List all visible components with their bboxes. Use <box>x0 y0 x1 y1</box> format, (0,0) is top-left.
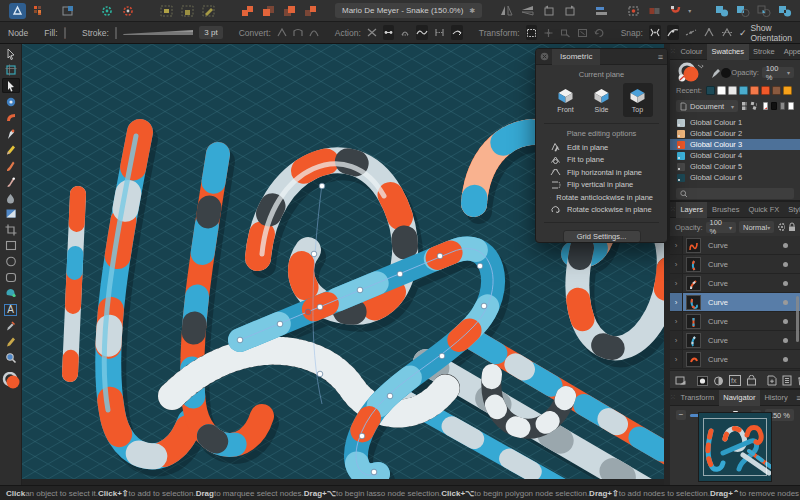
vector-brush-tool[interactable] <box>2 158 20 173</box>
blend-mode-dropdown[interactable]: Normal ▾ <box>739 221 774 233</box>
swatch-shuffle-icon[interactable] <box>750 101 756 111</box>
layer-expand-chevron[interactable]: › <box>670 312 683 330</box>
adjustment-layer-icon[interactable] <box>713 375 724 387</box>
layer-expand-chevron[interactable]: › <box>670 255 683 273</box>
layer-row[interactable]: › Curve <box>670 236 800 255</box>
plane-front-button[interactable]: Front <box>551 83 581 117</box>
snapping-magnet-icon[interactable] <box>667 3 684 19</box>
paint-brush-tool[interactable] <box>2 174 20 189</box>
move-front-icon[interactable] <box>302 3 319 19</box>
snap-to-nodes-icon[interactable] <box>649 25 661 40</box>
text-tool[interactable]: A <box>2 302 20 317</box>
boolean-xor-icon[interactable] <box>776 3 793 19</box>
snap-off-curve-icon[interactable] <box>703 25 715 40</box>
layer-row[interactable]: › Curve <box>670 255 800 274</box>
action-smooth-icon[interactable] <box>416 25 428 40</box>
tab-styles[interactable]: Styles <box>784 202 800 218</box>
layer-visibility-dot[interactable] <box>783 300 788 305</box>
recent-swatch[interactable] <box>739 86 748 95</box>
transform-scale-icon[interactable] <box>560 25 571 40</box>
rotate-left-icon[interactable] <box>540 3 557 19</box>
boolean-add-icon[interactable] <box>713 3 730 19</box>
zoom-tool[interactable] <box>2 350 20 365</box>
mask-layer-icon[interactable] <box>697 375 708 387</box>
pixel-align-icon[interactable] <box>646 3 663 19</box>
move-to-layer-icon[interactable] <box>675 375 687 387</box>
action-reverse-icon[interactable] <box>451 25 463 40</box>
global-colour-row[interactable]: Global Colour 6 <box>670 172 800 183</box>
tab-brushes[interactable]: Brushes <box>707 202 744 218</box>
tab-navigator[interactable]: Navigator <box>719 390 760 406</box>
convert-smooth-icon[interactable] <box>293 25 303 40</box>
node-tool[interactable] <box>2 78 20 93</box>
fill-swatch[interactable] <box>64 27 66 39</box>
transform-rotate-icon[interactable] <box>594 25 605 40</box>
swatch-black[interactable] <box>771 102 777 110</box>
layer-visibility-dot[interactable] <box>783 338 788 343</box>
recent-swatch[interactable] <box>750 86 759 95</box>
layer-visibility-dot[interactable] <box>783 243 788 248</box>
layer-row[interactable]: › Curve <box>670 331 800 350</box>
layer-expand-chevron[interactable]: › <box>670 293 683 311</box>
edit-in-plane-option[interactable]: Edit in plane <box>536 141 667 154</box>
transform-resize-icon[interactable] <box>577 25 588 40</box>
document-tab[interactable]: Mario De Meyer - Snake (150.0%) ✱ <box>335 3 482 18</box>
insert-inside-icon[interactable] <box>200 3 217 19</box>
plane-top-button[interactable]: Top <box>623 83 653 117</box>
transform-bbox-icon[interactable] <box>526 25 537 40</box>
stroke-width-slider[interactable] <box>123 28 193 38</box>
boolean-subtract-icon[interactable] <box>734 3 751 19</box>
designer-persona-icon[interactable] <box>9 3 26 19</box>
rotation-gear-icon[interactable] <box>119 3 136 19</box>
layer-visibility-dot[interactable] <box>783 281 788 286</box>
ellipse-tool[interactable] <box>2 254 20 269</box>
snapping-gear-icon[interactable] <box>98 3 115 19</box>
swatch-search-input[interactable] <box>690 189 790 199</box>
recent-swatch[interactable] <box>728 86 737 95</box>
convert-smart-icon[interactable] <box>309 25 319 40</box>
snap-to-geometry-icon[interactable] <box>667 25 679 40</box>
swatch-gray[interactable] <box>780 102 786 110</box>
swatch-white[interactable] <box>788 102 794 110</box>
insert-on-top-icon[interactable] <box>179 3 196 19</box>
navigator-viewport-outline[interactable] <box>703 418 767 476</box>
snap-construction-icon[interactable] <box>685 25 697 40</box>
insert-behind-icon[interactable] <box>158 3 175 19</box>
tab-layers[interactable]: Layers <box>676 202 708 218</box>
point-transform-tool[interactable] <box>2 94 20 109</box>
stroke-width-value[interactable]: 3 pt <box>199 26 222 39</box>
tab-quick-fx[interactable]: Quick FX <box>744 202 784 218</box>
layer-expand-chevron[interactable]: › <box>670 331 683 349</box>
convert-sharp-icon[interactable] <box>277 25 287 40</box>
swatch-search-field[interactable] <box>676 188 794 199</box>
layer-visibility-dot[interactable] <box>783 262 788 267</box>
pixel-persona-icon[interactable] <box>30 3 47 19</box>
flip-horizontal-icon[interactable] <box>498 3 515 19</box>
rotate-right-icon[interactable] <box>561 3 578 19</box>
plane-side-button[interactable]: Side <box>587 83 617 117</box>
export-persona-icon[interactable] <box>59 3 76 19</box>
boolean-intersect-icon[interactable] <box>755 3 772 19</box>
tab-transform[interactable]: Transform <box>676 390 719 406</box>
marquee-snap-icon[interactable] <box>625 3 642 19</box>
panel-menu-icon[interactable]: ≡ <box>654 52 667 62</box>
tab-appearance[interactable]: Appearance <box>779 44 800 60</box>
zoom-out-button[interactable]: − <box>676 410 686 420</box>
fill-stroke-wheel[interactable] <box>676 62 708 83</box>
tab-colour[interactable]: Colour <box>676 44 707 60</box>
palette-select[interactable]: Document ▾ <box>676 100 738 112</box>
layer-settings-gear-icon[interactable] <box>777 222 785 232</box>
shape-tool[interactable] <box>2 286 20 301</box>
assets-icon[interactable] <box>746 375 757 387</box>
global-colour-row[interactable]: Global Colour 2 <box>670 128 800 139</box>
tab-swatches[interactable]: Swatches <box>707 44 749 60</box>
action-break-icon[interactable] <box>367 25 377 40</box>
eyedropper-icon[interactable] <box>710 66 731 80</box>
isometric-tab[interactable]: Isometric <box>552 49 600 65</box>
recent-swatch[interactable] <box>772 86 781 95</box>
flip-vertical-icon[interactable] <box>519 3 536 19</box>
add-layer-icon[interactable] <box>767 375 777 387</box>
rectangle-tool[interactable] <box>2 238 20 253</box>
move-backward-icon[interactable] <box>260 3 277 19</box>
layers-scrollbar[interactable] <box>796 296 799 342</box>
